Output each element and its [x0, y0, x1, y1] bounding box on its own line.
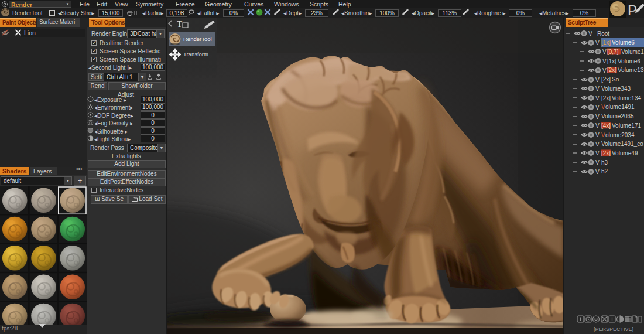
svg-text:V: V — [601, 104, 605, 110]
svg-text:Volume343: Volume343 — [601, 86, 631, 92]
svg-text:Volume49: Volume49 — [612, 150, 638, 156]
svg-text:[1x]: [1x] — [607, 58, 616, 64]
svg-text:[1x]: [1x] — [601, 39, 611, 46]
svg-text:h2: h2 — [601, 168, 608, 175]
svg-text:[2x]: [2x] — [601, 150, 611, 156]
svg-text:[2x]: [2x] — [601, 76, 611, 83]
svg-text:T: T — [177, 19, 182, 29]
svg-text:P: P — [628, 2, 637, 18]
svg-text:h3: h3 — [601, 159, 608, 166]
svg-text:Volume134: Volume134 — [612, 95, 641, 101]
svg-text:olume2034: olume2034 — [605, 132, 635, 138]
svg-text:Volume6_: Volume6_ — [618, 58, 644, 64]
svg-text:Volume171: Volume171 — [612, 122, 641, 129]
svg-text:[4x]: [4x] — [601, 122, 611, 129]
svg-text:olume1491: olume1491 — [605, 104, 635, 110]
svg-text:[2x]: [2x] — [601, 95, 611, 101]
svg-text:Sn: Sn — [612, 76, 619, 83]
svg-text:[0,7]: [0,7] — [607, 49, 619, 55]
svg-text:Volume13: Volume13 — [621, 49, 644, 55]
svg-text:Volume13: Volume13 — [618, 67, 644, 73]
svg-text:Volume6: Volume6 — [612, 39, 635, 46]
svg-text:Root: Root — [597, 30, 609, 37]
svg-text:Volume2035: Volume2035 — [601, 113, 634, 120]
svg-text:[2x]: [2x] — [607, 67, 616, 73]
svg-text:Volume1491_co: Volume1491_co — [601, 141, 643, 147]
svg-text:V: V — [601, 132, 605, 138]
